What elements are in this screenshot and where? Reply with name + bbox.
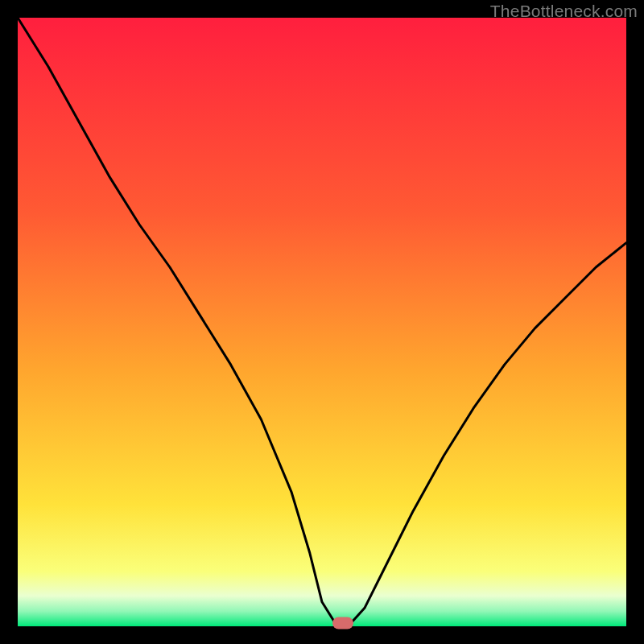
gradient-background (18, 18, 626, 626)
watermark-text: TheBottleneck.com (490, 2, 638, 21)
plot-svg (18, 18, 626, 626)
optimal-point-marker (332, 617, 353, 630)
chart-frame: TheBottleneck.com (0, 0, 644, 644)
plot-area (18, 18, 626, 626)
